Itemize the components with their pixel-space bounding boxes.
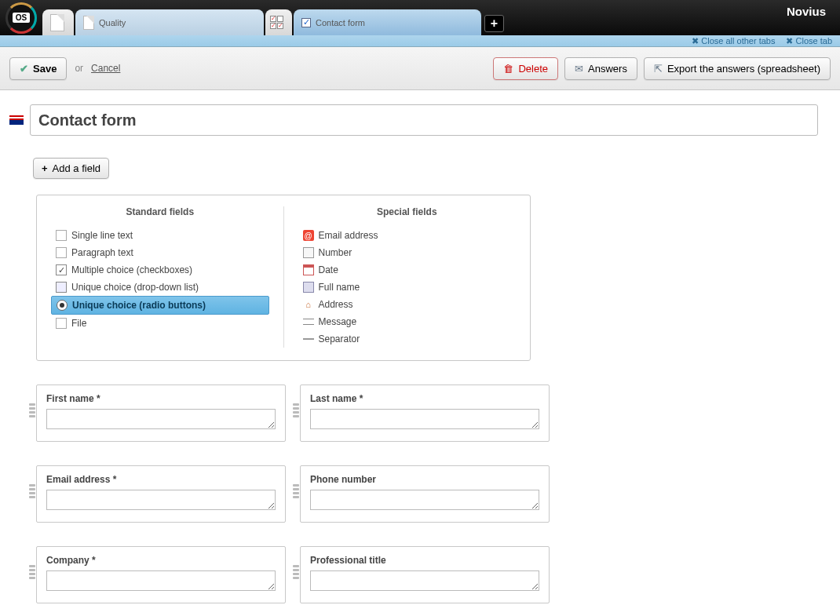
answers-button[interactable]: ✉ Answers (564, 57, 637, 80)
tab-actions-strip: ✖ Close all other tabs ✖ Close tab (0, 35, 840, 47)
cancel-link[interactable]: Cancel (91, 63, 120, 74)
export-icon: ⇱ (654, 63, 663, 75)
delete-button[interactable]: 🗑 Delete (493, 57, 558, 80)
export-button[interactable]: ⇱ Export the answers (spreadsheet) (644, 57, 831, 80)
close-tab-link[interactable]: ✖ Close tab (786, 36, 832, 46)
topbar: OS Quality ✓ Contact form + Novius (0, 0, 840, 35)
app-logo[interactable]: OS (0, 0, 42, 35)
inbox-icon: ✉ (575, 63, 583, 75)
document-icon (83, 16, 94, 30)
brand-name: Novius (787, 5, 826, 18)
save-button[interactable]: ✔ Save (9, 57, 67, 80)
close-other-tabs-link[interactable]: ✖ Close all other tabs (692, 36, 775, 46)
tab-label: Contact form (316, 18, 365, 27)
check-icon: ✔ (20, 63, 28, 75)
tab-label: Quality (99, 18, 126, 27)
tab-blank[interactable] (42, 9, 74, 35)
or-text: or (75, 63, 83, 74)
checklist-icon (270, 16, 283, 29)
tab-quality[interactable]: Quality (75, 9, 264, 35)
trash-icon: 🗑 (503, 63, 513, 75)
checkbox-icon: ✓ (301, 18, 311, 27)
tab-forms-app[interactable] (265, 9, 292, 35)
tab-contact-form[interactable]: ✓ Contact form (294, 9, 481, 35)
toolbar: ✔ Save or Cancel 🗑 Delete ✉ Answers ⇱ Ex… (0, 47, 840, 90)
add-tab-button[interactable]: + (484, 15, 504, 32)
document-icon (50, 14, 64, 31)
